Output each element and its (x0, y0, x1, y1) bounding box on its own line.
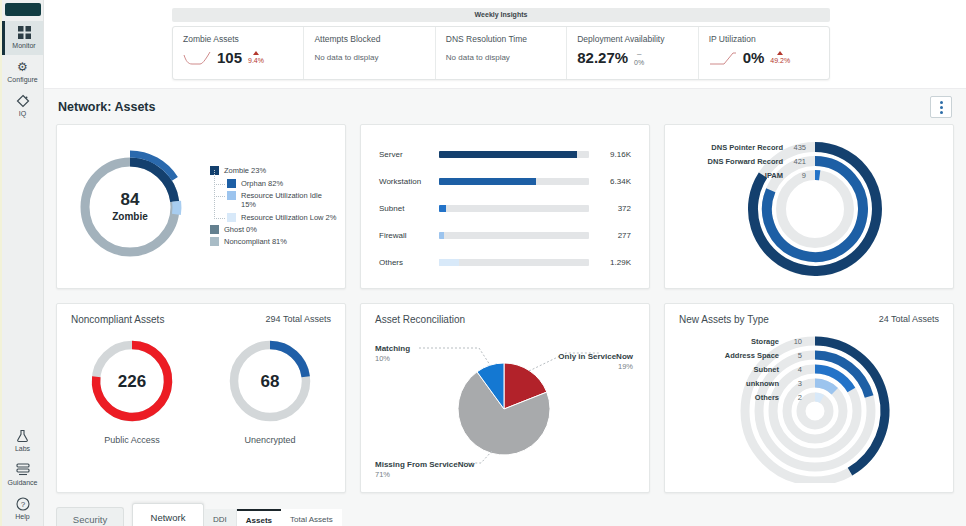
pie-pct: 71% (375, 470, 390, 479)
bar-row: Others1.29K (379, 249, 631, 276)
bar-fill (439, 205, 446, 212)
card-zombie-overview: 84Zombie Zombie 23%Orphan 82%Resource Ut… (56, 124, 346, 289)
sidebar-item-iq[interactable]: IQ (2, 89, 43, 123)
ring-value: 5 (798, 351, 802, 360)
bar-row: Subnet372 (379, 195, 631, 222)
tab-total-assets[interactable]: Total Assets (281, 509, 342, 526)
card-noncompliant-assets: Noncompliant Assets 294 Total Assets 226… (56, 303, 346, 493)
tab-security[interactable]: Security (56, 507, 124, 526)
svg-text:84: 84 (121, 190, 140, 209)
tab-assets[interactable]: Assets (237, 509, 281, 526)
bar-label: Workstation (379, 177, 439, 186)
sidebar-item-monitor[interactable]: Monitor (2, 21, 43, 55)
sidebar-item-label: Configure (2, 76, 43, 83)
subtabs: DDI Assets Total Assets (204, 509, 342, 526)
ring-label: Address Space (725, 351, 779, 360)
app-window: Monitor ⚙ Configure IQ Labs (0, 0, 966, 526)
bar-row: Server9.16K (379, 141, 631, 168)
kpi-value: 0% (743, 49, 765, 66)
card-new-assets-by-type: New Assets by Type 24 Total Assets Stora… (664, 303, 954, 493)
gauge-unencrypted: 68 Unencrypted (224, 335, 316, 445)
bar-value: 6.34K (589, 177, 631, 186)
sidebar-item-configure[interactable]: ⚙ Configure (2, 55, 43, 89)
kpi-label: IP Utilization (709, 34, 819, 44)
stack-icon (2, 463, 43, 478)
sidebar-item-label: Labs (2, 445, 43, 452)
bar-fill (439, 151, 577, 158)
bar-fill (439, 178, 536, 185)
legend-label: Noncompliant 81% (224, 237, 287, 246)
ring-value: 9 (802, 171, 806, 180)
bottom-tabstrip: Security Network DDI Assets Total Assets (56, 503, 954, 526)
zombie-legend: Zombie 23%Orphan 82%Resource Utilization… (210, 163, 338, 250)
sidebar-item-label: Guidance (2, 479, 43, 486)
sidebar-item-help[interactable]: ? Help (2, 492, 43, 526)
sidebar-nav: Monitor ⚙ Configure IQ (2, 21, 43, 424)
tab-ddi[interactable]: DDI (204, 509, 237, 526)
bar-label: Others (379, 258, 439, 267)
kpi-value: 82.27% (577, 49, 628, 66)
zombie-donut-chart: 84Zombie (64, 141, 196, 273)
bar-fill (439, 259, 459, 266)
legend-swatch (227, 213, 236, 222)
legend-label: Resource Utilization Idle 15% (241, 191, 338, 210)
main-area: Weekly Insights Zombie Assets 105 9.4% A… (44, 0, 966, 526)
kpi-label: DNS Resolution Time (446, 34, 556, 44)
ring-value: 421 (793, 157, 806, 166)
kpi-deployment-availability: Deployment Availability 82.27% –0% (567, 27, 698, 79)
legend-item: Zombie 23% (210, 166, 338, 175)
legend-swatch (210, 225, 219, 234)
card-total: 24 Total Assets (879, 314, 939, 325)
bar-value: 277 (589, 231, 631, 240)
kpi-empty-text: No data to display (446, 53, 556, 62)
ring-value: 4 (798, 365, 802, 374)
trend-up-icon (777, 51, 783, 55)
ring-value: 10 (794, 337, 802, 346)
sidebar-item-labs[interactable]: Labs (2, 424, 43, 458)
ring-value: 3 (798, 379, 802, 388)
card-title: New Assets by Type (679, 314, 769, 325)
legend-item: Noncompliant 81% (210, 237, 338, 246)
ring-value: 2 (798, 393, 802, 402)
weekly-insights-panel: Weekly Insights Zombie Assets 105 9.4% A… (172, 8, 830, 80)
gauge-public-access: 226 Public Access (86, 335, 178, 445)
dashboard-content: Network: Assets 84Zombie Zombie 23%Orpha… (44, 89, 966, 526)
kpi-delta: –0% (634, 50, 644, 66)
legend-label: Zombie 23% (224, 166, 266, 175)
bar-value: 9.16K (589, 150, 631, 159)
ring-label: IPAM (765, 171, 783, 180)
diamond-icon (2, 94, 43, 109)
dns-radial-chart: DNS Pointer Record435DNS Forward Record4… (665, 125, 948, 288)
tab-network[interactable]: Network (132, 503, 204, 526)
topbar: Weekly Insights Zombie Assets 105 9.4% A… (44, 0, 966, 89)
kpi-attempts-blocked: Attempts Blocked No data to display (304, 27, 435, 79)
sidebar-nav-bottom: Labs Guidance ? Help (2, 424, 43, 526)
bar-label: Server (379, 150, 439, 159)
sidebar-item-label: Help (2, 513, 43, 520)
card-assets-by-category: Server9.16KWorkstation6.34KSubnet372Fire… (360, 124, 650, 289)
kpi-ip-utilization: IP Utilization 0% 49.2% (699, 27, 829, 79)
bar-track (439, 151, 589, 158)
bar-track (439, 232, 589, 239)
kpi-label: Attempts Blocked (314, 34, 424, 44)
bar-fill (439, 232, 444, 239)
card-title: Noncompliant Assets (71, 314, 164, 325)
page-title: Network: Assets (58, 100, 156, 114)
pie-label: Matching (375, 344, 410, 353)
legend-label: Resource Utilization Low 2% (241, 213, 336, 222)
legend-label: Ghost 0% (224, 225, 257, 234)
sidebar-item-guidance[interactable]: Guidance (2, 458, 43, 492)
card-title: Asset Reconciliation (375, 314, 465, 325)
ring-value: 435 (793, 143, 806, 152)
kebab-menu-button[interactable] (930, 96, 952, 118)
kpi-zombie-assets: Zombie Assets 105 9.4% (173, 27, 304, 79)
flask-icon (2, 429, 43, 444)
card-total: 294 Total Assets (266, 314, 331, 325)
pie-label: Only in ServiceNow (558, 352, 633, 361)
bar-row: Firewall277 (379, 222, 631, 249)
gauge-label: Unencrypted (224, 435, 316, 445)
bar-row: Workstation6.34K (379, 168, 631, 195)
gauge-chart: 226 (86, 335, 178, 427)
gauge-label: Public Access (86, 435, 178, 445)
bar-track (439, 259, 589, 266)
